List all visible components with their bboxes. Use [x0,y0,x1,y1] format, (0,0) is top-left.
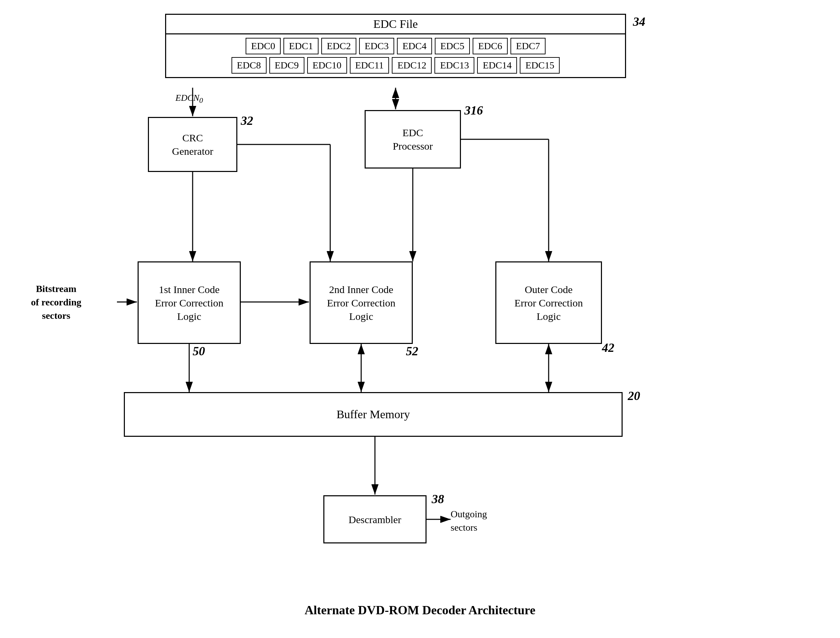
ref-52: 52 [406,344,418,358]
buffer-memory-box: Buffer Memory [124,392,623,437]
ref-50: 50 [193,344,205,358]
ref-20: 20 [628,388,640,403]
edc-cell-14: EDC14 [477,57,517,74]
inner2-box: 2nd Inner CodeError CorrectionLogic [309,261,413,344]
crc-generator-box: CRCGenerator [148,117,237,172]
edc-cell-10: EDC10 [307,57,347,74]
edc-cell-4: EDC4 [397,38,432,54]
edc-file-box: EDC File EDC0 EDC1 EDC2 EDC3 EDC4 EDC5 E… [165,14,626,78]
edc-row-2: EDC8 EDC9 EDC10 EDC11 EDC12 EDC13 EDC14 … [171,57,620,74]
edc-cell-9: EDC9 [269,57,305,74]
edc-file-title: EDC File [166,15,625,35]
descrambler-box: Descrambler [323,495,426,543]
edc-cell-1: EDC1 [283,38,319,54]
ref-316: 316 [464,103,483,118]
caption: Alternate DVD-ROM Decoder Architecture [305,603,535,617]
ref-34: 34 [633,14,645,29]
ref-32: 32 [241,114,253,128]
edc-cell-2: EDC2 [321,38,356,54]
edc-processor-box: EDCProcessor [365,110,461,169]
edc-cell-13: EDC13 [434,57,474,74]
edc-cell-5: EDC5 [435,38,470,54]
edc-cell-11: EDC11 [350,57,389,74]
edc-cell-15: EDC15 [520,57,560,74]
edc-row-1: EDC0 EDC1 EDC2 EDC3 EDC4 EDC5 EDC6 EDC7 [171,38,620,54]
edc-cell-7: EDC7 [510,38,546,54]
edc-cell-6: EDC6 [473,38,508,54]
edc-cell-0: EDC0 [246,38,281,54]
edc-file-rows: EDC0 EDC1 EDC2 EDC3 EDC4 EDC5 EDC6 EDC7 … [166,35,625,77]
ref-38: 38 [432,492,444,506]
inner1-box: 1st Inner CodeError CorrectionLogic [137,261,241,344]
outer-box: Outer CodeError CorrectionLogic [495,261,602,344]
edcn-label: EDCN0 [175,93,203,105]
edc-cell-3: EDC3 [359,38,394,54]
bitstream-label: Bitstreamof recordingsectors [31,282,81,323]
edc-cell-12: EDC12 [392,57,432,74]
outgoing-label: Outgoingsectors [451,507,487,534]
diagram-container: EDC File EDC0 EDC1 EDC2 EDC3 EDC4 EDC5 E… [0,0,840,638]
edc-cell-8: EDC8 [232,57,267,74]
ref-42: 42 [602,341,614,355]
